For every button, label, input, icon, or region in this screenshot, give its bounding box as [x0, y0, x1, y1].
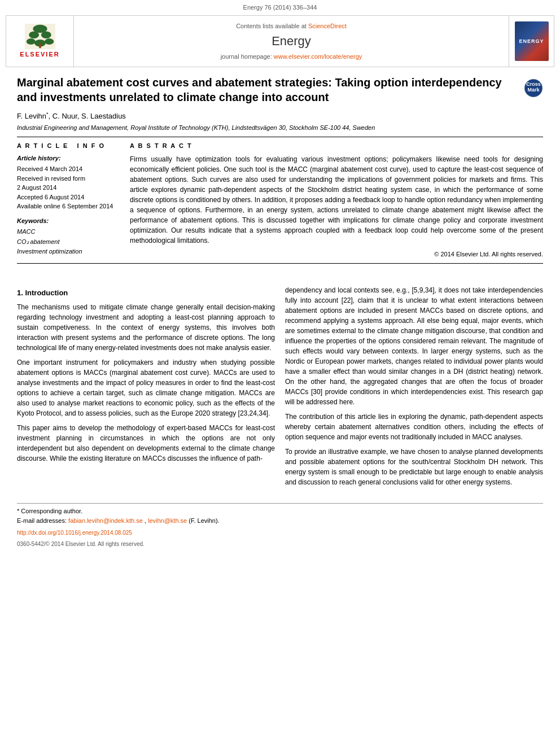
email-label: E-mail addresses: — [17, 517, 67, 524]
authors-line: F. Levihn*, C. Nuur, S. Laestadius — [17, 110, 543, 121]
body-para-1: The mechanisms used to mitigate climate … — [17, 302, 275, 353]
article-title: Marginal abatement cost curves and abate… — [17, 75, 543, 104]
body-columns: 1. Introduction The mechanisms used to m… — [17, 285, 543, 492]
article-info-heading: A R T I C L E I N F O — [17, 142, 119, 150]
body-para-4: dependency and local contexts see, e.g.,… — [285, 285, 543, 407]
energy-logo-section: ENERGY — [509, 16, 554, 67]
body-para-3: This paper aims to develop the methodolo… — [17, 423, 275, 464]
svg-point-2 — [29, 32, 39, 39]
homepage-prefix: journal homepage: — [221, 53, 272, 60]
crossmark-section: Cross Mark — [524, 78, 543, 101]
article-info-col: A R T I C L E I N F O Article history: R… — [17, 142, 119, 259]
energy-logo-text: ENERGY — [519, 38, 544, 45]
svg-rect-7 — [39, 43, 41, 48]
body-col-left: 1. Introduction The mechanisms used to m… — [17, 285, 275, 492]
keyword-1: MACC — [17, 227, 119, 237]
article-content: Cross Mark Marginal abatement cost curve… — [0, 67, 560, 279]
homepage-line: journal homepage: www.elsevier.com/locat… — [221, 53, 362, 61]
body-col-right: dependency and local contexts see, e.g.,… — [285, 285, 543, 492]
body-para-6: To provide an illustrative example, we h… — [285, 447, 543, 487]
section1-title: 1. Introduction — [17, 287, 275, 299]
sciencedirect-link[interactable]: ScienceDirect — [308, 23, 347, 29]
article-history-label: Article history: — [17, 154, 119, 163]
footnote-section: * Corresponding author. E-mail addresses… — [17, 503, 543, 526]
bottom-copyright: 0360-5442/© 2014 Elsevier Ltd. All right… — [0, 539, 560, 549]
received-revised-label: Received in revised form — [17, 174, 119, 184]
svg-text:Mark: Mark — [527, 87, 540, 93]
author-sup: * — [46, 111, 49, 116]
keyword-3: Investment optimization — [17, 247, 119, 257]
citation-text: Energy 76 (2014) 336–344 — [243, 4, 317, 11]
keywords-label: Keywords: — [17, 217, 119, 225]
abstract-col: A B S T R A C T Firms usually have optim… — [130, 142, 543, 259]
svg-point-3 — [41, 32, 51, 39]
citation-bar: Energy 76 (2014) 336–344 — [0, 0, 560, 13]
homepage-link[interactable]: www.elsevier.com/locate/energy — [274, 53, 362, 60]
affiliation: Industrial Engineering and Management, R… — [17, 124, 543, 132]
doi-link[interactable]: http://dx.doi.org/10.1016/j.energy.2014.… — [17, 530, 132, 536]
journal-info-center: Contents lists available at ScienceDirec… — [74, 16, 509, 67]
email-link-2[interactable]: levihn@kth.se — [148, 517, 189, 524]
received-date: Received 4 March 2014 — [17, 164, 119, 174]
copyright-line: © 2014 Elsevier Ltd. All rights reserved… — [130, 250, 543, 259]
journal-header: ELSEVIER Contents lists available at Sci… — [6, 15, 554, 67]
keyword-2: CO₂ abatement — [17, 237, 119, 247]
sciencedirect-line: Contents lists available at ScienceDirec… — [236, 22, 347, 30]
received-revised-date: 2 August 2014 — [17, 183, 119, 193]
crossmark-icon: Cross Mark — [524, 78, 543, 98]
divider-1 — [17, 137, 543, 137]
svg-point-4 — [26, 38, 35, 45]
svg-point-5 — [45, 38, 54, 45]
doi-line: http://dx.doi.org/10.1016/j.energy.2014.… — [0, 527, 560, 539]
abstract-text: Firms usually have optimization tools fo… — [130, 154, 543, 246]
available-online: Available online 6 September 2014 — [17, 202, 119, 211]
elsevier-label: ELSEVIER — [20, 50, 59, 59]
accepted-date: Accepted 6 August 2014 — [17, 193, 119, 202]
body-section: 1. Introduction The mechanisms used to m… — [0, 279, 560, 503]
divider-2 — [17, 263, 543, 264]
sciencedirect-prefix: Contents lists available at — [236, 23, 307, 29]
authors-text: F. Levihn*, C. Nuur, S. Laestadius — [17, 112, 126, 120]
page-wrapper: Energy 76 (2014) 336–344 ELSEVIER — [0, 0, 560, 747]
corresponding-author: * Corresponding author. — [17, 507, 543, 516]
journal-name: Energy — [272, 33, 311, 50]
elsevier-logo: ELSEVIER — [20, 24, 59, 59]
corresponding-label: * Corresponding author. — [17, 508, 82, 514]
elsevier-tree-icon — [23, 24, 57, 49]
abstract-heading: A B S T R A C T — [130, 142, 543, 150]
email-suffix: (F. Levihn). — [189, 517, 219, 524]
svg-text:Cross: Cross — [526, 81, 541, 87]
body-para-5: The contribution of this article lies in… — [285, 412, 543, 442]
keywords-section: Keywords: MACC CO₂ abatement Investment … — [17, 217, 119, 257]
energy-logo-box: ENERGY — [515, 21, 549, 61]
body-para-2: One important instrument for policymaker… — [17, 357, 275, 418]
email-line: E-mail addresses: fabian.levihn@indek.kt… — [17, 517, 543, 525]
elsevier-logo-section: ELSEVIER — [6, 16, 74, 67]
email-link-1[interactable]: fabian.levihn@indek.kth.se — [68, 517, 145, 524]
info-abstract-section: A R T I C L E I N F O Article history: R… — [17, 142, 543, 259]
